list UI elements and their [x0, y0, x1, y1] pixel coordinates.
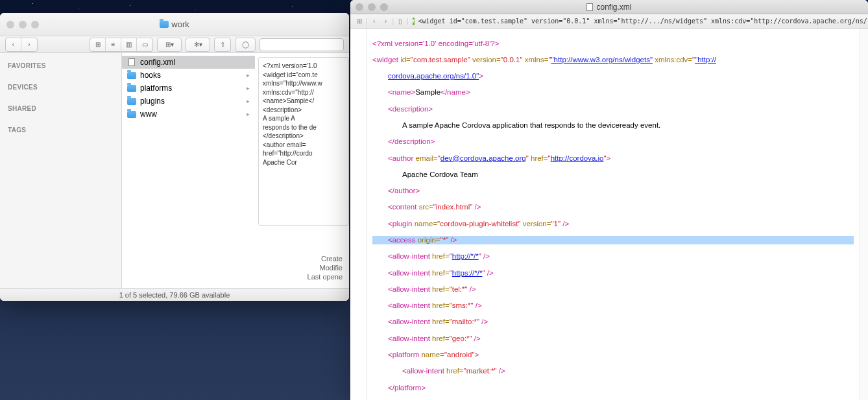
- column-view-button[interactable]: ▥: [121, 38, 137, 51]
- file-row[interactable]: www▸: [122, 108, 255, 121]
- chevron-right-icon: ▸: [247, 98, 250, 104]
- window-title: work: [0, 19, 349, 29]
- preview-line: xmlns:cdv="http://: [263, 88, 344, 97]
- file-pane: config.xml hooks▸ platforms▸ plugins▸ ww…: [122, 53, 349, 288]
- document-icon[interactable]: ▯: [395, 17, 405, 26]
- list-view-button[interactable]: ≡: [106, 38, 121, 51]
- grid-icon[interactable]: ⊞: [354, 17, 365, 26]
- meta-line: Create: [258, 254, 343, 263]
- gutter: [350, 29, 367, 400]
- preview-line: <?xml version='1.0: [263, 62, 344, 71]
- sidebar-heading[interactable]: Favorites: [0, 58, 121, 71]
- zoom-icon[interactable]: [380, 3, 388, 11]
- preview-line: <widget id="com.te: [263, 71, 344, 80]
- folder-icon: [127, 110, 136, 119]
- sidebar-heading[interactable]: Tags: [0, 123, 121, 135]
- sidebar-heading[interactable]: Shared: [0, 101, 121, 113]
- sidebar: Favorites Devices Shared Tags: [0, 53, 122, 288]
- file-name: hooks: [140, 71, 161, 80]
- preview-line: xmlns="http://www.w: [263, 79, 344, 88]
- arrange-button[interactable]: ⊞▾: [158, 38, 181, 51]
- folder-icon: [160, 21, 169, 28]
- file-row[interactable]: platforms▸: [122, 82, 255, 95]
- editor-title: config.xml: [596, 3, 631, 12]
- view-buttons: ⊞ ≡ ▥ ▭: [90, 38, 153, 52]
- file-row[interactable]: config.xml: [122, 56, 255, 69]
- nav-buttons: ‹ ›: [5, 38, 38, 52]
- preview-line: href="http://cordo: [263, 149, 344, 158]
- finder-window: work ‹ › ⊞ ≡ ▥ ▭ ⊞▾ ✻▾ ⇧ ◯ Favorites Dev…: [0, 13, 349, 301]
- folder-icon: [127, 97, 136, 106]
- file-name: www: [140, 110, 157, 119]
- action-button[interactable]: ✻▾: [186, 38, 210, 51]
- file-row[interactable]: plugins▸: [122, 95, 255, 108]
- document-icon: [127, 58, 136, 67]
- preview-metadata: Create Modifie Last opene: [258, 254, 343, 281]
- minimize-icon[interactable]: [368, 3, 376, 11]
- status-bar: 1 of 5 selected, 79.66 GB available: [0, 288, 349, 301]
- search-input[interactable]: [259, 38, 344, 51]
- sidebar-heading[interactable]: Devices: [0, 80, 121, 92]
- meta-line: Last opene: [258, 272, 343, 281]
- title-text: work: [171, 19, 189, 29]
- file-row[interactable]: hooks▸: [122, 69, 255, 82]
- chevron-right-icon: ▸: [247, 85, 250, 91]
- folder-icon: [127, 71, 136, 80]
- file-type-icon: f: [413, 18, 415, 25]
- status-text: 1 of 5 selected, 79.66 GB available: [119, 291, 230, 299]
- scrollbar[interactable]: [859, 29, 868, 400]
- traffic-lights: [356, 3, 388, 11]
- preview-line: Apache Cor: [263, 158, 344, 167]
- breadcrumb-text[interactable]: <widget id="com.test.sample" version="0.…: [418, 18, 869, 25]
- back-button[interactable]: ‹: [369, 17, 380, 26]
- preview-line: <description>: [263, 106, 344, 115]
- editor-titlebar[interactable]: config.xml: [350, 0, 868, 14]
- file-name: plugins: [140, 97, 165, 106]
- back-button[interactable]: ‹: [6, 38, 21, 51]
- share-button[interactable]: ⇧: [215, 38, 230, 51]
- document-icon: [586, 3, 593, 11]
- preview-line: A sample A: [263, 114, 344, 123]
- close-icon[interactable]: [356, 3, 363, 11]
- preview-line: </description>: [263, 132, 344, 141]
- file-name: platforms: [140, 84, 172, 93]
- meta-line: Modifie: [258, 263, 343, 272]
- folder-icon: [127, 84, 136, 93]
- chevron-right-icon: ▸: [247, 72, 250, 78]
- preview-line: responds to the de: [263, 123, 344, 132]
- forward-button[interactable]: ›: [21, 38, 37, 51]
- editor-window: config.xml ⊞| ‹ ›| ▯| f <widget id="com.…: [350, 0, 868, 400]
- preview-line: <author email=: [263, 141, 344, 150]
- finder-toolbar: ‹ › ⊞ ≡ ▥ ▭ ⊞▾ ✻▾ ⇧ ◯: [0, 36, 349, 53]
- path-bar: ⊞| ‹ ›| ▯| f <widget id="com.test.sample…: [350, 14, 868, 29]
- file-name: config.xml: [140, 58, 175, 67]
- code-editor[interactable]: <?xml version='1.0' encoding='utf-8'?> <…: [367, 29, 859, 400]
- icon-view-button[interactable]: ⊞: [90, 38, 106, 51]
- finder-titlebar[interactable]: work: [0, 13, 349, 36]
- tags-button[interactable]: ◯: [235, 38, 255, 51]
- forward-button[interactable]: ›: [381, 17, 391, 26]
- preview-panel: <?xml version='1.0 <widget id="com.te xm…: [258, 57, 349, 226]
- chevron-right-icon: ▸: [247, 111, 250, 117]
- coverflow-view-button[interactable]: ▭: [137, 38, 152, 51]
- file-list: config.xml hooks▸ platforms▸ plugins▸ ww…: [122, 53, 255, 121]
- preview-line: <name>Sample</: [263, 97, 344, 106]
